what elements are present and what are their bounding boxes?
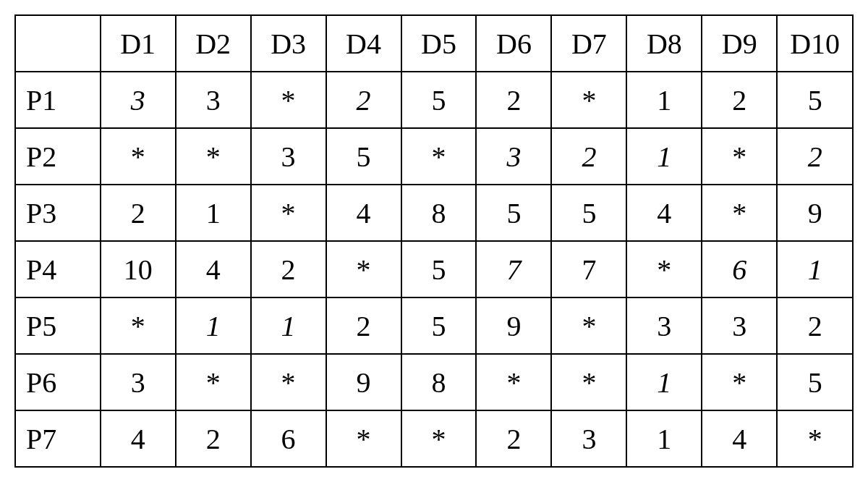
col-header: D6 (476, 15, 551, 72)
cell: 8 (401, 354, 477, 410)
cell: * (401, 410, 477, 467)
table-row: P63**98**1*5 (15, 354, 853, 410)
header-row: D1 D2 D3 D4 D5 D6 D7 D8 D9 D10 (15, 15, 853, 72)
cell: 2 (476, 72, 551, 128)
cell: 3 (251, 128, 326, 185)
row-header: P3 (15, 185, 101, 241)
col-header: D9 (702, 15, 777, 72)
cell: 10 (101, 241, 176, 297)
cell: 2 (702, 72, 777, 128)
cell: 3 (176, 72, 251, 128)
row-header: P1 (15, 72, 101, 128)
cell: 1 (626, 410, 702, 467)
cell: * (476, 354, 551, 410)
cell: * (251, 72, 326, 128)
cell: 5 (401, 72, 477, 128)
table-row: P7426**2314* (15, 410, 853, 467)
col-header: D3 (251, 15, 326, 72)
row-header: P7 (15, 410, 101, 467)
cell: 5 (777, 354, 853, 410)
cell: * (702, 185, 777, 241)
table-row: P5*11259*332 (15, 297, 853, 354)
cell: 5 (777, 72, 853, 128)
cell: 6 (251, 410, 326, 467)
cell: * (551, 297, 626, 354)
cell: 1 (626, 128, 702, 185)
cell: 4 (101, 410, 176, 467)
cell: 9 (777, 185, 853, 241)
cell: * (101, 297, 176, 354)
cell: 1 (626, 72, 702, 128)
cell: 3 (101, 72, 176, 128)
col-header: D1 (101, 15, 176, 72)
cell: 4 (326, 185, 401, 241)
cell: 2 (251, 241, 326, 297)
cell: 7 (476, 241, 551, 297)
cell: 5 (401, 297, 477, 354)
cell: 2 (326, 72, 401, 128)
data-table: D1 D2 D3 D4 D5 D6 D7 D8 D9 D10 P133*252*… (14, 14, 854, 468)
table-row: P2**35*321*2 (15, 128, 853, 185)
cell: 3 (551, 410, 626, 467)
cell: * (702, 128, 777, 185)
cell: 3 (626, 297, 702, 354)
cell: * (326, 410, 401, 467)
cell: * (551, 354, 626, 410)
cell: * (176, 354, 251, 410)
cell: * (702, 354, 777, 410)
header-blank (15, 15, 101, 72)
cell: 4 (176, 241, 251, 297)
cell: 1 (176, 297, 251, 354)
cell: * (251, 185, 326, 241)
col-header: D5 (401, 15, 477, 72)
cell: 4 (702, 410, 777, 467)
cell: 5 (476, 185, 551, 241)
cell: 7 (551, 241, 626, 297)
cell: * (551, 72, 626, 128)
cell: 5 (326, 128, 401, 185)
cell: 5 (401, 241, 477, 297)
cell: 1 (626, 354, 702, 410)
cell: 2 (476, 410, 551, 467)
table-row: P133*252*125 (15, 72, 853, 128)
cell: * (326, 241, 401, 297)
cell: 2 (101, 185, 176, 241)
cell: 3 (101, 354, 176, 410)
row-header: P2 (15, 128, 101, 185)
cell: 9 (476, 297, 551, 354)
cell: 6 (702, 241, 777, 297)
cell: * (777, 410, 853, 467)
cell: 4 (626, 185, 702, 241)
col-header: D2 (176, 15, 251, 72)
cell: 3 (702, 297, 777, 354)
cell: 2 (551, 128, 626, 185)
col-header: D8 (626, 15, 702, 72)
col-header: D10 (777, 15, 853, 72)
cell: 3 (476, 128, 551, 185)
cell: * (251, 354, 326, 410)
cell: 1 (251, 297, 326, 354)
cell: * (401, 128, 477, 185)
col-header: D7 (551, 15, 626, 72)
cell: 1 (777, 241, 853, 297)
cell: 2 (326, 297, 401, 354)
cell: 2 (777, 297, 853, 354)
col-header: D4 (326, 15, 401, 72)
cell: 9 (326, 354, 401, 410)
cell: 2 (176, 410, 251, 467)
row-header: P6 (15, 354, 101, 410)
cell: 5 (551, 185, 626, 241)
row-header: P5 (15, 297, 101, 354)
cell: * (101, 128, 176, 185)
table-body: P133*252*125P2**35*321*2P321*48554*9P410… (15, 72, 853, 467)
cell: * (626, 241, 702, 297)
cell: 1 (176, 185, 251, 241)
cell: 8 (401, 185, 477, 241)
table-row: P321*48554*9 (15, 185, 853, 241)
cell: 2 (777, 128, 853, 185)
table-row: P41042*577*61 (15, 241, 853, 297)
row-header: P4 (15, 241, 101, 297)
cell: * (176, 128, 251, 185)
